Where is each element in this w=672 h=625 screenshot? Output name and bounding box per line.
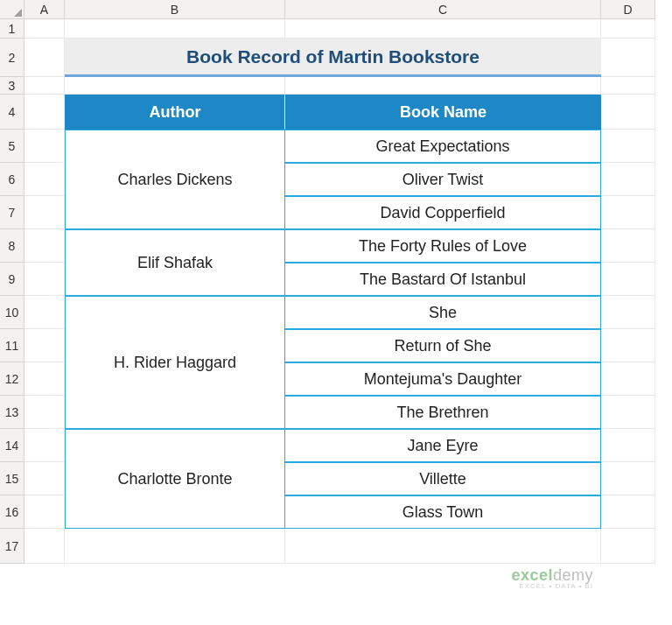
- cell[interactable]: [601, 296, 655, 329]
- cell[interactable]: [24, 296, 65, 329]
- row-header[interactable]: 6: [0, 163, 24, 196]
- cell[interactable]: [65, 77, 285, 95]
- book-cell[interactable]: Jane Eyre: [285, 429, 601, 462]
- row-header[interactable]: 7: [0, 196, 24, 229]
- col-header-D[interactable]: D: [601, 0, 655, 19]
- cell[interactable]: [24, 263, 65, 296]
- cell[interactable]: [285, 19, 601, 39]
- spreadsheet-grid: A B C D 1 2 3 4 5 6 7 8 9 10 11 12 13 14…: [0, 0, 672, 564]
- cell[interactable]: [285, 77, 601, 95]
- book-cell[interactable]: Villette: [285, 462, 601, 495]
- row-header[interactable]: 12: [0, 362, 24, 396]
- book-cell[interactable]: Great Expectations: [285, 130, 601, 163]
- cell[interactable]: [601, 462, 655, 495]
- row-header[interactable]: 9: [0, 263, 24, 296]
- watermark: exceldemy EXCEL • DATA • BI: [511, 567, 593, 590]
- cell[interactable]: [24, 329, 65, 362]
- cell[interactable]: [24, 196, 65, 229]
- book-cell[interactable]: Oliver Twist: [285, 163, 601, 196]
- cell[interactable]: [601, 362, 655, 396]
- cell[interactable]: [24, 529, 65, 564]
- page-title[interactable]: Book Record of Martin Bookstore: [65, 39, 601, 77]
- row-header[interactable]: 16: [0, 495, 24, 529]
- row-header[interactable]: 4: [0, 95, 24, 130]
- author-cell[interactable]: Elif Shafak: [65, 229, 285, 296]
- cell[interactable]: [601, 329, 655, 362]
- author-cell[interactable]: Charlotte Bronte: [65, 429, 285, 529]
- cell[interactable]: [65, 529, 285, 564]
- book-cell[interactable]: Glass Town: [285, 495, 601, 529]
- row-header[interactable]: 3: [0, 77, 24, 95]
- book-cell[interactable]: She: [285, 296, 601, 329]
- cell[interactable]: [24, 229, 65, 263]
- cell[interactable]: [24, 429, 65, 462]
- cell[interactable]: [601, 130, 655, 163]
- book-cell[interactable]: David Copperfield: [285, 196, 601, 229]
- select-all-corner[interactable]: [0, 0, 24, 19]
- cell[interactable]: [24, 362, 65, 396]
- cell[interactable]: [24, 77, 65, 95]
- author-cell[interactable]: Charles Dickens: [65, 130, 285, 229]
- cell[interactable]: [601, 429, 655, 462]
- table-header-author[interactable]: Author: [65, 95, 285, 130]
- row-header[interactable]: 1: [0, 19, 24, 39]
- cell[interactable]: [601, 396, 655, 429]
- cell[interactable]: [601, 229, 655, 263]
- row-header[interactable]: 11: [0, 329, 24, 362]
- book-cell[interactable]: The Bastard Of Istanbul: [285, 263, 601, 296]
- cell[interactable]: [24, 19, 65, 39]
- cell[interactable]: [601, 495, 655, 529]
- row-header[interactable]: 5: [0, 130, 24, 163]
- row-header[interactable]: 2: [0, 39, 24, 77]
- col-header-C[interactable]: C: [285, 0, 601, 19]
- cell[interactable]: [24, 495, 65, 529]
- col-header-B[interactable]: B: [65, 0, 285, 19]
- col-header-A[interactable]: A: [24, 0, 65, 19]
- row-header[interactable]: 8: [0, 229, 24, 263]
- book-cell[interactable]: The Brethren: [285, 396, 601, 429]
- book-cell[interactable]: The Forty Rules of Love: [285, 229, 601, 263]
- cell[interactable]: [601, 95, 655, 130]
- cell[interactable]: [285, 529, 601, 564]
- cell[interactable]: [601, 39, 655, 77]
- cell[interactable]: [601, 163, 655, 196]
- cell[interactable]: [601, 196, 655, 229]
- table-header-book[interactable]: Book Name: [285, 95, 601, 130]
- cell[interactable]: [24, 163, 65, 196]
- cell[interactable]: [24, 130, 65, 163]
- author-cell[interactable]: H. Rider Haggard: [65, 296, 285, 429]
- cell[interactable]: [24, 462, 65, 495]
- cell[interactable]: [24, 95, 65, 130]
- row-header[interactable]: 17: [0, 529, 24, 564]
- cell[interactable]: [65, 19, 285, 39]
- book-cell[interactable]: Return of She: [285, 329, 601, 362]
- cell[interactable]: [601, 19, 655, 39]
- book-cell[interactable]: Montejuma's Daughter: [285, 362, 601, 396]
- row-header[interactable]: 14: [0, 429, 24, 462]
- cell[interactable]: [601, 529, 655, 564]
- cell[interactable]: [601, 77, 655, 95]
- row-header[interactable]: 13: [0, 396, 24, 429]
- cell[interactable]: [601, 263, 655, 296]
- row-header[interactable]: 10: [0, 296, 24, 329]
- cell[interactable]: [24, 396, 65, 429]
- row-header[interactable]: 15: [0, 462, 24, 495]
- cell[interactable]: [24, 39, 65, 77]
